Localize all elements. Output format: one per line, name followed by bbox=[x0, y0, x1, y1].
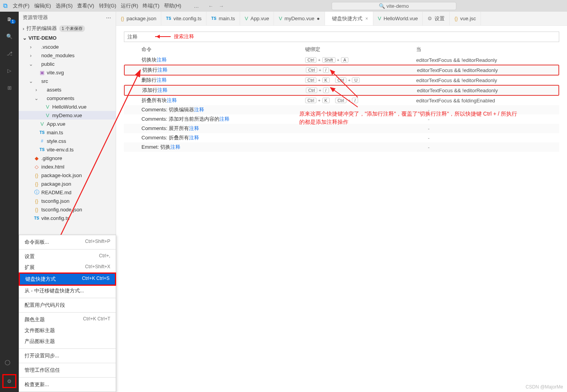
tree-file[interactable]: ⓘREADME.md bbox=[19, 188, 116, 197]
explorer-header: 资源管理器⋯ bbox=[19, 12, 116, 23]
context-menu-item[interactable]: 从 - 中迁移键盘快捷方式... bbox=[19, 285, 116, 296]
keyboard-shortcuts-panel: 搜索注释 命令 键绑定 当 切换块注释Ctrl+Shift+AeditorTex… bbox=[116, 26, 567, 158]
menu-item[interactable]: 终端(T) bbox=[143, 3, 159, 9]
editor-tab[interactable]: VmyDemo.vue● bbox=[274, 12, 325, 25]
settings-context-menu: 命令面板...Ctrl+Shift+P设置Ctrl+,扩展Ctrl+Shift+… bbox=[19, 235, 116, 392]
accounts-icon[interactable]: ◯ bbox=[2, 357, 12, 367]
editor-tab[interactable]: {}vue.jsc bbox=[450, 12, 481, 25]
shortcut-row[interactable]: Comments: 切换编辑器注释- bbox=[124, 105, 559, 114]
tree-file[interactable]: {}package.json bbox=[19, 179, 116, 188]
tree-folder[interactable]: ⌄public bbox=[19, 60, 116, 68]
shortcut-row[interactable]: 添加行注释Ctrl+/editorTextFocus && !editorRea… bbox=[124, 85, 559, 96]
extensions-icon[interactable]: ⊞ bbox=[4, 83, 14, 93]
explorer-icon[interactable]: 🗎1 bbox=[4, 14, 14, 24]
menu-bar: ⧉ 文件(F)编辑(E)选择(S)查看(V)转到(G)运行(R)终端(T)帮助(… bbox=[0, 0, 567, 12]
context-menu-item[interactable]: 打开设置同步... bbox=[19, 350, 116, 361]
editor-tabs: {}package.jsonTSvite.config.tsTSmain.tsV… bbox=[116, 12, 567, 26]
tree-file[interactable]: VmyDemo.vue bbox=[19, 111, 116, 120]
menu-item[interactable]: 编辑(E) bbox=[34, 3, 51, 9]
context-menu-item[interactable]: 键盘快捷方式Ctrl+K Ctrl+S bbox=[19, 272, 116, 286]
tree-file[interactable]: ◇index.html bbox=[19, 162, 116, 171]
shortcut-row[interactable]: Comments: 折叠所有注释- bbox=[124, 133, 559, 142]
context-menu-item[interactable]: 设置Ctrl+, bbox=[19, 251, 116, 262]
gear-icon[interactable]: ⚙ bbox=[4, 376, 14, 386]
tree-file[interactable]: TSvite.config.ts bbox=[19, 214, 116, 222]
shortcut-row[interactable]: Comments: 添加对当前所选内容的注释- bbox=[124, 114, 559, 124]
editor-tab[interactable]: ⚙设置 bbox=[423, 12, 450, 25]
shortcut-row[interactable]: 删除行注释Ctrl+KCtrl+UeditorTextFocus && !edi… bbox=[124, 76, 559, 85]
tree-folder[interactable]: ›assets bbox=[19, 85, 116, 94]
menu-item[interactable]: 文件(F) bbox=[13, 3, 30, 9]
more-icon[interactable]: ⋯ bbox=[106, 15, 112, 21]
tree-file[interactable]: {}package-lock.json bbox=[19, 171, 116, 179]
tree-folder[interactable]: ›.vscode bbox=[19, 42, 116, 51]
activity-bar: 🗎1 🔍 ⎇ ▷ ⊞ ◯ ⚙ bbox=[0, 12, 19, 392]
shortcut-row[interactable]: Emmet: 切换注释- bbox=[124, 142, 559, 152]
tree-file[interactable]: {}tsconfig.json bbox=[19, 197, 116, 205]
tree-folder[interactable]: ⌄components bbox=[19, 94, 116, 102]
editor-tab[interactable]: 键盘快捷方式× bbox=[325, 12, 373, 25]
search-icon[interactable]: 🔍 bbox=[4, 31, 14, 41]
context-menu-item[interactable]: 颜色主题Ctrl+K Ctrl+T bbox=[19, 314, 116, 325]
tree-file[interactable]: ▣vite.svg bbox=[19, 68, 116, 77]
menu-item[interactable]: 帮助(H) bbox=[164, 3, 181, 9]
context-menu-item[interactable]: 命令面板...Ctrl+Shift+P bbox=[19, 237, 116, 248]
source-control-icon[interactable]: ⎇ bbox=[4, 48, 14, 58]
tree-file[interactable]: ◆.gitignore bbox=[19, 154, 116, 162]
tree-file[interactable]: TSvite-env.d.ts bbox=[19, 145, 116, 154]
shortcut-row[interactable]: 切换行注释Ctrl+/editorTextFocus && !editorRea… bbox=[124, 65, 559, 76]
run-debug-icon[interactable]: ▷ bbox=[4, 65, 14, 76]
context-menu-item[interactable]: 产品图标主题 bbox=[19, 336, 116, 347]
context-menu-item[interactable]: 配置用户代码片段 bbox=[19, 300, 116, 311]
app-icon: ⧉ bbox=[3, 2, 7, 9]
context-menu-item[interactable]: 管理工作区信任 bbox=[19, 365, 116, 376]
shortcut-table-header: 命令 键绑定 当 bbox=[124, 42, 559, 55]
context-menu-item[interactable]: 扩展Ctrl+Shift+X bbox=[19, 262, 116, 273]
tree-file[interactable]: VApp.vue bbox=[19, 120, 116, 128]
watermark: CSDN @MajorMe bbox=[526, 384, 563, 390]
unsaved-badge: 1 个未保存 bbox=[59, 25, 85, 32]
menu-item[interactable]: 选择(S) bbox=[56, 3, 72, 9]
context-menu-item[interactable]: 检查更新... bbox=[19, 379, 116, 390]
tree-file[interactable]: VHelloWorld.vue bbox=[19, 102, 116, 111]
editor-area: {}package.jsonTSvite.config.tsTSmain.tsV… bbox=[116, 12, 567, 392]
shortcut-row[interactable]: 切换块注释Ctrl+Shift+AeditorTextFocus && !edi… bbox=[124, 55, 559, 65]
tree-file[interactable]: {}tsconfig.node.json bbox=[19, 205, 116, 214]
editor-tab[interactable]: VApp.vue bbox=[240, 12, 274, 25]
tree-file[interactable]: #style.css bbox=[19, 137, 116, 145]
context-menu-item[interactable]: 文件图标主题 bbox=[19, 325, 116, 336]
tree-file[interactable]: TSmain.ts bbox=[19, 128, 116, 137]
editor-tab[interactable]: TSmain.ts bbox=[207, 12, 240, 25]
command-center[interactable]: 🔍 vite-demo bbox=[332, 2, 456, 10]
menu-item[interactable]: 运行(R) bbox=[121, 3, 138, 9]
editor-tab[interactable]: {}package.json bbox=[116, 12, 161, 25]
shortcut-row[interactable]: Comments: 展开所有注释- bbox=[124, 124, 559, 133]
shortcut-search-input[interactable] bbox=[124, 32, 559, 42]
tree-folder[interactable]: ⌄src bbox=[19, 77, 116, 85]
workspace-root[interactable]: ⌄VITE-DEMO bbox=[19, 33, 116, 42]
editor-tab[interactable]: TSvite.config.ts bbox=[161, 12, 207, 25]
editor-tab[interactable]: VHelloWorld.vue bbox=[373, 12, 423, 25]
shortcut-row[interactable]: 折叠所有块注释Ctrl+KCtrl+/editorTextFocus && fo… bbox=[124, 96, 559, 105]
open-editors-section[interactable]: ›打开的编辑器 1 个未保存 bbox=[19, 23, 116, 33]
menu-item[interactable]: 查看(V) bbox=[77, 3, 94, 9]
menu-item[interactable]: 转到(G) bbox=[99, 3, 117, 9]
tree-folder[interactable]: ›node_modules bbox=[19, 51, 116, 60]
